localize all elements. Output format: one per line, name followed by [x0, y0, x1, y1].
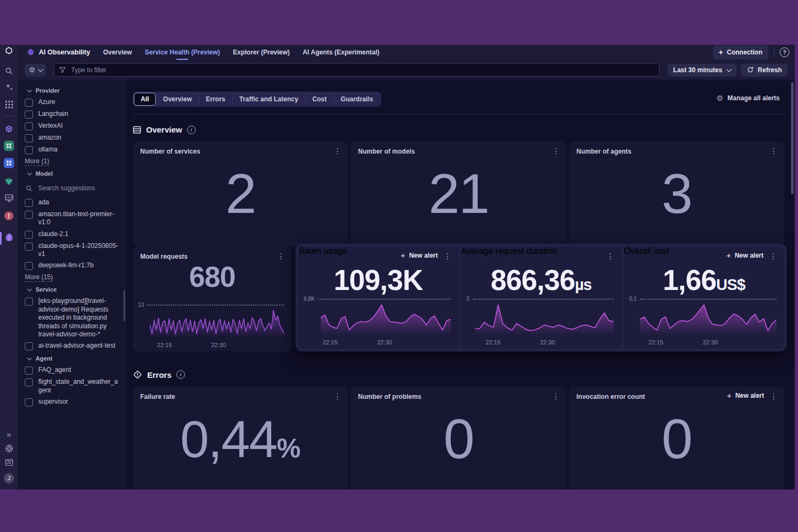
help-icon[interactable]: ?: [780, 47, 789, 57]
search-icon[interactable]: [0, 66, 18, 75]
checkbox[interactable]: [25, 243, 33, 251]
x-tick: 22:30: [377, 339, 393, 346]
app-icon-monitor[interactable]: [0, 192, 18, 204]
checkbox[interactable]: [25, 146, 33, 154]
rail-divider: [3, 116, 15, 116]
refresh-button[interactable]: Refresh: [741, 64, 788, 77]
checkbox[interactable]: [25, 298, 33, 306]
tab-overview[interactable]: Overview: [103, 46, 132, 58]
checkbox[interactable]: [25, 110, 33, 119]
chip-guardrails[interactable]: Guardrails: [334, 93, 380, 106]
kebab-menu-icon[interactable]: ⋮: [768, 251, 778, 261]
filter-group-agent[interactable]: Agent: [18, 352, 126, 364]
checkbox[interactable]: [25, 134, 33, 142]
checkbox[interactable]: [25, 398, 33, 406]
tab-explorer[interactable]: Explorer (Preview): [233, 46, 290, 58]
apps-grid-icon[interactable]: [0, 100, 18, 109]
line-chart: [475, 298, 614, 335]
app-icon-purple-cube[interactable]: [0, 123, 18, 135]
support-lifebuoy-icon[interactable]: [0, 443, 18, 454]
filter-sidebar: Provider Azure Langchain VertexAI amazon…: [18, 80, 126, 489]
filter-option-ai-travel-advisor[interactable]: ai-travel-advisor-agent-test: [18, 340, 126, 352]
x-tick: 22:15: [157, 342, 172, 348]
filter-option-ollama[interactable]: ollama: [18, 144, 126, 156]
filter-option-eks-playground[interactable]: [eks-playground][travel-advisor-demo] Re…: [18, 295, 126, 340]
filter-option-langchain[interactable]: Langchain: [18, 108, 126, 120]
filter-option-amazon[interactable]: amazon: [18, 132, 126, 144]
checkbox[interactable]: [25, 122, 33, 130]
model-more-link[interactable]: More (15): [25, 273, 53, 282]
filter-option-vertexai[interactable]: VertexAI: [18, 120, 126, 132]
checkbox[interactable]: [25, 342, 33, 350]
new-alert-button[interactable]: +New alert: [726, 251, 763, 259]
checkbox[interactable]: [25, 378, 33, 386]
info-icon[interactable]: i: [187, 126, 196, 134]
filter-group-provider[interactable]: Provider: [18, 84, 126, 96]
info-icon[interactable]: i: [176, 370, 185, 379]
card-number-of-services[interactable]: Number of services ⋮ 2: [133, 141, 348, 246]
card-average-request-duration[interactable]: Average request duration ⋮ 866,36µs 3 22…: [461, 246, 621, 349]
app-icon-ai-observability-brain[interactable]: [0, 231, 18, 244]
filter-option-claude-opus[interactable]: claude-opus-4-1-20250805-v1: [18, 240, 126, 260]
filter-option-azure[interactable]: Azure: [18, 96, 126, 108]
card-overall-cost[interactable]: Overall cost +New alert ⋮ 1,66US$ 0,1 22…: [624, 246, 784, 349]
time-range-dropdown[interactable]: Last 30 minutes: [668, 64, 737, 77]
filter-option-supervisor[interactable]: supervisor: [18, 396, 126, 408]
checkbox[interactable]: [25, 262, 33, 270]
chip-overview[interactable]: Overview: [156, 93, 198, 106]
divider: [774, 48, 774, 57]
user-avatar[interactable]: J: [0, 472, 18, 484]
threshold-label: 9,8K: [304, 296, 315, 302]
card-token-usage[interactable]: Token usage +New alert ⋮ 109,3K 9,8K 22:…: [298, 246, 458, 349]
card-number-of-models[interactable]: Number of models ⋮ 21: [350, 141, 567, 246]
app-icon-green-teams[interactable]: [0, 140, 18, 151]
filter-group-model[interactable]: Model: [18, 167, 126, 179]
checkbox[interactable]: [25, 367, 33, 375]
new-alert-button[interactable]: +New alert: [401, 251, 438, 259]
card-model-requests[interactable]: Model requests ⋮ 680 13 22:15 22:30: [133, 246, 292, 351]
filter-input-wrap[interactable]: [54, 63, 659, 77]
dynatrace-logo-icon[interactable]: [0, 46, 18, 56]
usage-chart-icon[interactable]: [0, 457, 18, 468]
chip-cost[interactable]: Cost: [305, 93, 334, 106]
filter-option-flight-agent[interactable]: flight_state_and_weather_agent: [18, 376, 126, 396]
model-search-input[interactable]: [37, 184, 109, 192]
filter-option-faq-agent[interactable]: FAQ_agent: [18, 364, 126, 376]
filter-option-ada[interactable]: ada: [18, 197, 126, 209]
tab-service-health[interactable]: Service Health (Preview): [145, 46, 220, 58]
scope-selector-button[interactable]: [25, 64, 46, 77]
filter-option-claude21[interactable]: claude-2.1: [18, 229, 126, 240]
app-icon-teal-3d[interactable]: [0, 175, 18, 186]
filter-option-deepseek[interactable]: deepseek-llm-r1:7b: [18, 260, 126, 272]
app-icon-blue-squares[interactable]: [0, 157, 18, 169]
x-tick: 22:15: [322, 339, 338, 346]
expand-rail-icon[interactable]: »: [0, 429, 18, 439]
provider-more-link[interactable]: More (1): [25, 157, 49, 166]
checkbox[interactable]: [25, 231, 33, 239]
card-number-of-agents[interactable]: Number of agents ⋮ 3: [569, 141, 785, 246]
x-tick: 22:30: [540, 339, 555, 346]
filter-option-titan[interactable]: amazon.titan-text-premier-v1:0: [18, 209, 126, 229]
card-number-of-problems[interactable]: Number of problems ⋮ 0: [350, 386, 567, 489]
chip-all[interactable]: All: [134, 93, 156, 106]
tab-ai-agents[interactable]: AI Agents (Experimental): [302, 46, 379, 58]
sidebar-scrollbar[interactable]: [123, 290, 125, 321]
filter-group-service[interactable]: Service: [18, 283, 126, 295]
kebab-menu-icon[interactable]: ⋮: [443, 251, 452, 261]
chip-traffic-latency[interactable]: Traffic and Latency: [232, 93, 305, 106]
filter-input[interactable]: [70, 66, 654, 74]
checkbox[interactable]: [25, 211, 33, 219]
app-icon-alert-octagon[interactable]: [0, 210, 18, 222]
checkbox[interactable]: [25, 99, 33, 107]
connection-button[interactable]: + Connection: [713, 45, 768, 59]
ai-sparkles-icon[interactable]: [0, 82, 18, 92]
card-failure-rate[interactable]: Failure rate ⋮ 0,44%: [133, 386, 348, 489]
kebab-menu-icon[interactable]: ⋮: [606, 251, 615, 261]
chip-errors[interactable]: Errors: [199, 93, 232, 106]
kebab-menu-icon[interactable]: ⋮: [276, 251, 286, 261]
model-search[interactable]: [18, 179, 126, 197]
card-invocation-error-count[interactable]: Invocation error count +New alert ⋮ 0: [569, 386, 785, 489]
main-scrollbar[interactable]: [791, 82, 794, 194]
checkbox[interactable]: [25, 199, 33, 207]
manage-all-alerts-button[interactable]: ⚙ Manage all alerts: [717, 94, 780, 102]
